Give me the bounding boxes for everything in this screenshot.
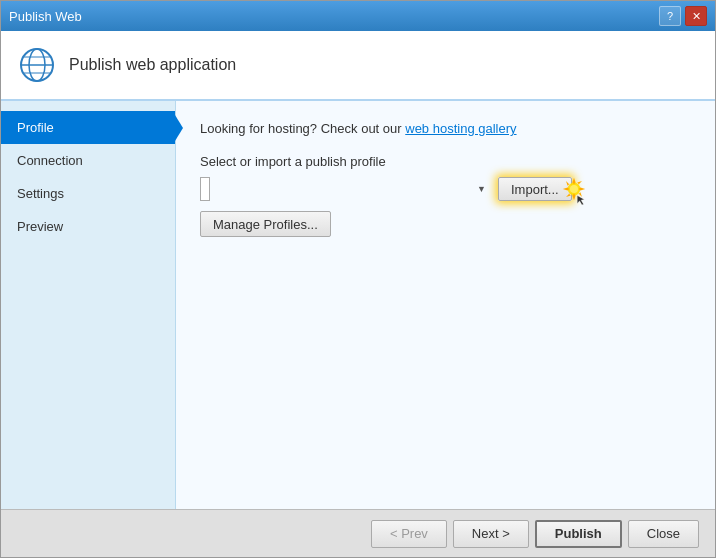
svg-marker-12 — [577, 181, 582, 186]
right-panel: Looking for hosting? Check out our web h… — [176, 101, 715, 509]
window-close-button[interactable]: ✕ — [685, 6, 707, 26]
profile-select-row: Import... — [200, 177, 691, 201]
sidebar-item-label: Profile — [17, 120, 54, 135]
sidebar-item-settings[interactable]: Settings — [1, 177, 175, 210]
sidebar-item-label: Preview — [17, 219, 63, 234]
publish-web-window: Publish Web ? ✕ Publish web application … — [0, 0, 716, 558]
hosting-line: Looking for hosting? Check out our web h… — [200, 121, 691, 136]
globe-icon — [17, 45, 57, 85]
svg-marker-9 — [578, 187, 584, 190]
svg-marker-11 — [577, 192, 582, 197]
prev-button[interactable]: < Prev — [371, 520, 447, 548]
manage-profiles-row: Manage Profiles... — [200, 211, 691, 237]
publish-button[interactable]: Publish — [535, 520, 622, 548]
header-area: Publish web application — [1, 31, 715, 101]
svg-marker-15 — [577, 195, 584, 205]
main-content: Profile Connection Settings Preview Look… — [1, 101, 715, 509]
sidebar: Profile Connection Settings Preview — [1, 101, 176, 509]
header-title: Publish web application — [69, 56, 236, 74]
web-hosting-gallery-link[interactable]: web hosting gallery — [405, 121, 516, 136]
select-label: Select or import a publish profile — [200, 154, 691, 169]
svg-marker-7 — [572, 194, 575, 200]
help-button[interactable]: ? — [659, 6, 681, 26]
manage-profiles-button[interactable]: Manage Profiles... — [200, 211, 331, 237]
import-button[interactable]: Import... — [498, 177, 572, 201]
hosting-text: Looking for hosting? Check out our — [200, 121, 405, 136]
sidebar-item-preview[interactable]: Preview — [1, 210, 175, 243]
svg-marker-6 — [572, 178, 575, 184]
next-button[interactable]: Next > — [453, 520, 529, 548]
title-bar: Publish Web ? ✕ — [1, 1, 715, 31]
sidebar-item-connection[interactable]: Connection — [1, 144, 175, 177]
close-button[interactable]: Close — [628, 520, 699, 548]
sidebar-item-label: Connection — [17, 153, 83, 168]
footer: < Prev Next > Publish Close — [1, 509, 715, 557]
profile-dropdown[interactable] — [200, 177, 210, 201]
sidebar-item-label: Settings — [17, 186, 64, 201]
sidebar-item-profile[interactable]: Profile — [1, 111, 175, 144]
title-bar-buttons: ? ✕ — [659, 6, 707, 26]
profile-dropdown-wrapper — [200, 177, 490, 201]
window-title: Publish Web — [9, 9, 82, 24]
